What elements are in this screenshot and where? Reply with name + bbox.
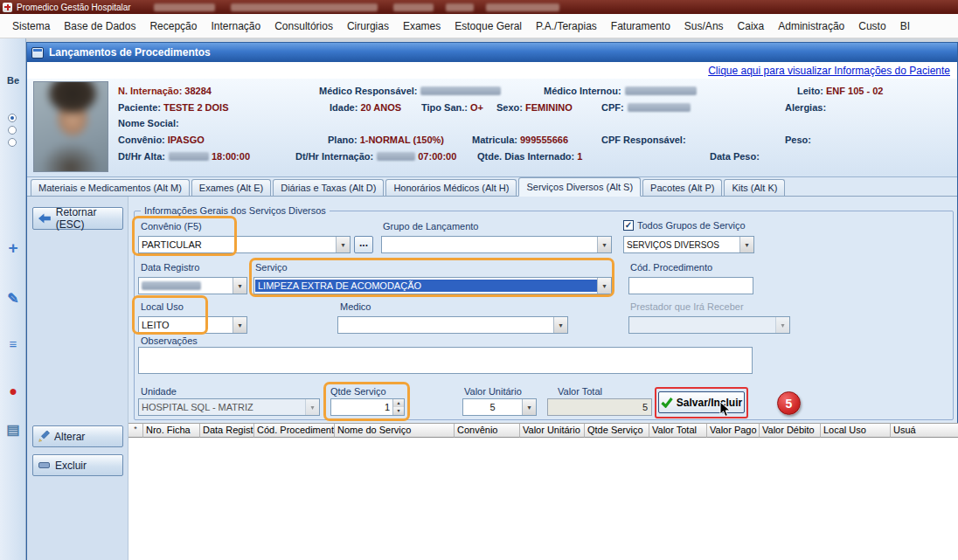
col-valor-pago[interactable]: Valor Pago xyxy=(707,423,760,438)
redacted-value xyxy=(625,86,697,95)
qtde-servico-stepper[interactable]: 1 ▴ ▾ xyxy=(330,398,405,416)
observacoes-input[interactable] xyxy=(138,347,753,374)
tab-kits[interactable]: Kits (Alt K) xyxy=(724,179,785,196)
tab-honorarios-medicos[interactable]: Honorários Médicos (Alt H) xyxy=(385,179,517,196)
radio-option[interactable] xyxy=(8,138,17,147)
data-registro-select[interactable]: ▾ xyxy=(138,277,247,294)
grupo-servico-select[interactable]: SERVIÇOS DIVERSOS ▾ xyxy=(623,236,754,253)
printer-icon[interactable]: ▤ xyxy=(3,419,24,440)
menu-administracao[interactable]: Administração xyxy=(771,20,851,32)
excluir-button[interactable]: Excluir xyxy=(32,454,123,476)
chevron-down-icon[interactable]: ▾ xyxy=(597,278,611,294)
increment-button[interactable]: ▴ xyxy=(392,399,404,407)
col-nome-servico[interactable]: Nome do Serviço xyxy=(335,423,455,438)
grid-header: * Nro. Ficha Data Regist Cód. Procedimen… xyxy=(128,423,958,438)
patient-info-link[interactable]: Clique aqui para visualizar Informações … xyxy=(708,65,950,77)
stepper-buttons: ▴ ▾ xyxy=(392,399,404,415)
col-data-registro[interactable]: Data Regist xyxy=(200,423,254,438)
alterar-button[interactable]: Alterar xyxy=(32,425,123,447)
menu-sus-ans[interactable]: Sus/Ans xyxy=(677,20,731,32)
menu-exames[interactable]: Exames xyxy=(396,20,448,32)
add-icon[interactable]: + xyxy=(3,238,24,259)
menu-estoque-geral[interactable]: Estoque Geral xyxy=(448,20,529,32)
menu-base-de-dados[interactable]: Base de Dados xyxy=(57,20,142,32)
chevron-down-icon[interactable]: ▾ xyxy=(597,237,611,252)
tab-strip: Materiais e Medicamentos (Alt M) Exames … xyxy=(27,177,957,197)
redacted-titlebar-text xyxy=(486,3,559,11)
redacted-value xyxy=(169,152,209,161)
chevron-down-icon: ▾ xyxy=(305,399,319,415)
medico-select[interactable]: ▾ xyxy=(337,316,568,334)
valor-total-label: Valor Total xyxy=(558,386,602,397)
tab-servicos-diversos[interactable]: Serviços Diversos (Alt S) xyxy=(518,177,641,197)
menu-custo[interactable]: Custo xyxy=(851,20,892,32)
selected-servico: LIMPEZA EXTRA DE ACOMODAÇÃO xyxy=(255,280,597,292)
local-uso-label: Local Uso xyxy=(141,301,184,312)
redacted-titlebar-text xyxy=(154,3,215,11)
prestador-label: Prestador que Irá Receber xyxy=(630,301,744,312)
convenio-browse-button[interactable]: ... xyxy=(354,236,373,253)
step-badge: 5 xyxy=(777,391,801,415)
group-title: Informações Gerais dos Serviços Diversos xyxy=(141,205,330,216)
field-sexo: Sexo:FEMININO xyxy=(496,102,573,114)
chevron-down-icon[interactable]: ▾ xyxy=(233,278,246,294)
col-cod-procedimento[interactable]: Cód. Procediment xyxy=(254,423,335,438)
checkbox-box[interactable]: ✓ xyxy=(623,220,634,231)
col-valor-unitario[interactable]: Valor Unitário xyxy=(520,423,585,438)
todos-grupos-checkbox[interactable]: ✓ Todos Grupos de Serviço xyxy=(623,220,746,231)
window-titlebar[interactable]: Lançamentos de Procedimentos xyxy=(27,43,957,62)
menu-pa-terapias[interactable]: P.A./Terapias xyxy=(529,20,604,32)
grid-marker-cell[interactable]: * xyxy=(128,423,143,438)
col-local-uso[interactable]: Local Uso xyxy=(821,423,891,438)
chevron-down-icon[interactable]: ▾ xyxy=(522,399,536,415)
tab-diarias-taxas[interactable]: Diárias e Taxas (Alt D) xyxy=(273,179,384,196)
local-uso-select[interactable]: LEITO ▾ xyxy=(138,316,247,334)
chevron-down-icon[interactable]: ▾ xyxy=(233,317,246,333)
radio-option[interactable] xyxy=(8,114,17,122)
window-icon xyxy=(31,47,44,59)
menu-caixa[interactable]: Caixa xyxy=(731,20,772,32)
col-valor-debito[interactable]: Valor Débito xyxy=(760,423,821,438)
pencil-icon[interactable]: ✎ xyxy=(3,288,24,309)
col-valor-total[interactable]: Valor Total xyxy=(649,423,707,438)
menu-recepcao[interactable]: Recepção xyxy=(142,20,204,32)
menu-internacao[interactable]: Internação xyxy=(204,20,267,32)
radio-option[interactable] xyxy=(8,126,17,135)
tab-materiais-medicamentos[interactable]: Materiais e Medicamentos (Alt M) xyxy=(31,179,190,196)
valor-unitario-select[interactable]: 5 ▾ xyxy=(462,398,537,416)
valor-unitario-label: Valor Unitário xyxy=(464,386,522,397)
menu-cirurgias[interactable]: Cirurgias xyxy=(340,20,396,32)
data-registro-label: Data Registro xyxy=(141,262,199,273)
decrement-button[interactable]: ▾ xyxy=(392,407,404,415)
list-icon[interactable]: ≡ xyxy=(3,334,24,355)
chevron-down-icon[interactable]: ▾ xyxy=(739,237,753,252)
field-dt-hr-internacao: Dt/Hr Internação:07:00:00 xyxy=(295,151,456,162)
grupo-lancamento-select[interactable]: ▾ xyxy=(381,236,612,253)
tab-exames[interactable]: Exames (Alt E) xyxy=(191,179,271,196)
asterisk-icon: * xyxy=(134,425,137,433)
tab-pacotes[interactable]: Pacotes (Alt P) xyxy=(642,179,722,196)
menu-bi[interactable]: BI xyxy=(893,20,917,32)
retornar-button[interactable]: Retornar (ESC) xyxy=(32,207,123,230)
app-title: Promedico Gestão Hospitalar xyxy=(17,3,131,12)
servico-select[interactable]: LIMPEZA EXTRA DE ACOMODAÇÃO ▾ xyxy=(253,277,612,294)
convenio-select[interactable]: PARTICULAR ▾ xyxy=(138,236,351,253)
field-cpf-responsavel: CPF Responsável: xyxy=(601,135,686,146)
col-nro-ficha[interactable]: Nro. Ficha xyxy=(143,423,200,438)
side-panel: Retornar (ESC) Alterar Excluir xyxy=(27,197,128,560)
col-qtde-servico[interactable]: Qtde Serviço xyxy=(585,423,649,438)
salvar-incluir-button[interactable]: Salvar/Incluir xyxy=(658,391,745,413)
col-usuario[interactable]: Usuá xyxy=(891,423,958,438)
record-icon[interactable]: ● xyxy=(3,381,24,402)
menu-sistema[interactable]: Sistema xyxy=(5,20,57,32)
chevron-down-icon[interactable]: ▾ xyxy=(336,237,350,252)
col-convenio[interactable]: Convênio xyxy=(455,423,520,438)
link-row: Clique aqui para visualizar Informações … xyxy=(27,62,957,79)
menu-consultorios[interactable]: Consultórios xyxy=(267,20,340,32)
menu-faturamento[interactable]: Faturamento xyxy=(604,20,677,32)
unidade-select: HOSPITAL SQL - MATRIZ ▾ xyxy=(138,398,320,416)
chevron-down-icon[interactable]: ▾ xyxy=(553,317,567,333)
cod-procedimento-input[interactable] xyxy=(628,277,753,294)
servicos-diversos-form: Informações Gerais dos Serviços Diversos… xyxy=(128,197,958,560)
field-peso: Peso: xyxy=(785,135,811,146)
